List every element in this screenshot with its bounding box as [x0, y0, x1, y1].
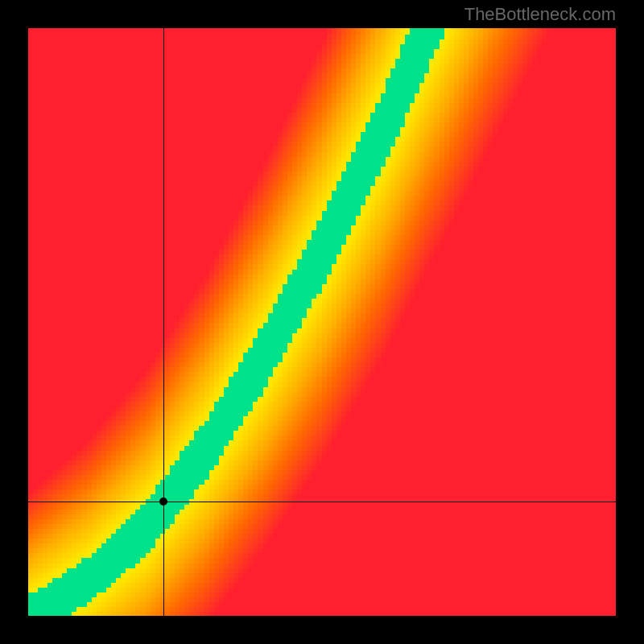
crosshair-vertical: [163, 28, 164, 616]
marker-point: [159, 497, 167, 506]
chart-frame: TheBottleneck.com: [0, 0, 644, 644]
heatmap-plot: [28, 28, 616, 616]
heatmap-canvas: [28, 28, 616, 616]
crosshair-horizontal: [28, 502, 616, 502]
watermark-text: TheBottleneck.com: [464, 4, 616, 25]
